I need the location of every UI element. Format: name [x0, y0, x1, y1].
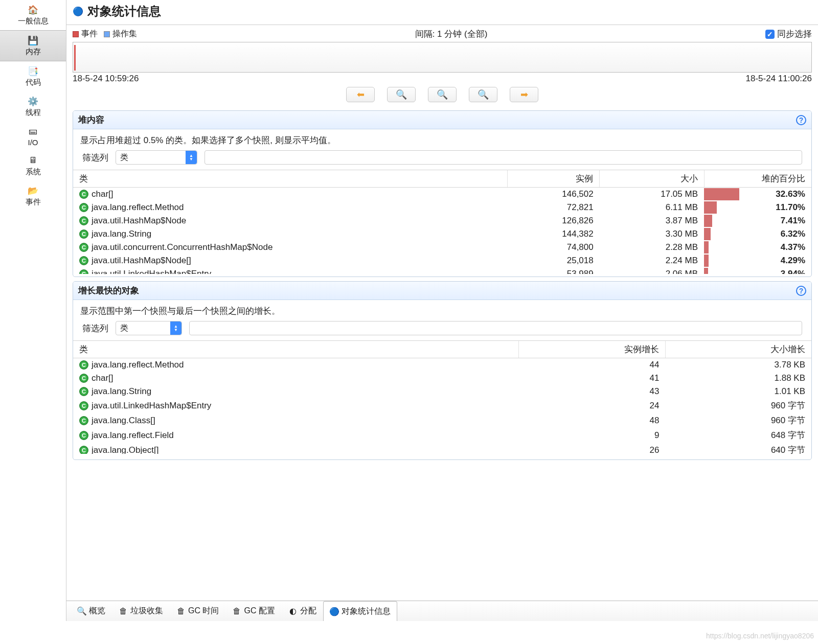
instance-growth: 44	[518, 358, 665, 372]
sidebar-item-general[interactable]: 🏠 一般信息	[0, 0, 66, 30]
class-icon: C	[79, 243, 88, 252]
page-title: 对象统计信息	[87, 3, 161, 19]
tab-gc[interactable]: 🗑垃圾收集	[112, 601, 170, 621]
class-name: java.util.LinkedHashMap$Entry	[92, 401, 211, 411]
pie-icon: ◐	[288, 607, 298, 616]
col-class[interactable]: 类	[73, 341, 518, 358]
sync-select-checkbox[interactable]: ✓ 同步选择	[765, 28, 812, 40]
heap-panel-desc: 显示占用堆超过 0.5% 的类。如果选择了多个快照, 则显示平均值。	[73, 129, 811, 150]
col-class[interactable]: 类	[73, 170, 507, 188]
instance-count: 53,989	[507, 267, 599, 274]
overview-icon: 🔍	[77, 607, 86, 616]
class-icon: C	[79, 269, 88, 274]
filter-text-input[interactable]	[189, 321, 802, 335]
tab-object-stats[interactable]: 🔵对象统计信息	[323, 601, 397, 621]
class-name: java.util.concurrent.ConcurrentHashMap$N…	[92, 242, 272, 252]
size-growth: 648 字节	[666, 428, 812, 443]
table-row[interactable]: Cjava.lang.reflect.Method 44 3.78 KB	[73, 358, 811, 372]
size-growth: 1.88 KB	[666, 372, 812, 385]
table-row[interactable]: Cjava.util.HashMap$Node[] 25,018 2.24 MB…	[73, 254, 811, 267]
class-icon: C	[79, 229, 88, 239]
percent-bar	[704, 241, 709, 254]
tab-gc-time[interactable]: 🗑GC 时间	[170, 601, 225, 621]
class-name: java.util.LinkedHashMap$Entry	[92, 269, 211, 274]
sidebar-item-label: 一般信息	[18, 16, 49, 26]
timeline-end: 18-5-24 11:00:26	[746, 74, 812, 84]
select-arrows-icon: ▲▼	[186, 151, 197, 164]
help-icon[interactable]: ?	[796, 115, 806, 125]
class-icon: C	[79, 387, 88, 396]
percent-value: 7.41%	[781, 216, 805, 225]
filter-column-select[interactable]: 类 ▲▼	[116, 150, 197, 165]
io-icon: 🖴	[26, 126, 40, 137]
col-instances[interactable]: 实例	[507, 170, 599, 188]
tab-gc-config[interactable]: 🗑GC 配置	[225, 601, 281, 621]
size-growth: 640 字节	[666, 443, 812, 454]
event-marker-icon	[73, 31, 79, 37]
zoom-reset-button[interactable]: 🔍	[428, 87, 457, 102]
growth-panel-desc: 显示范围中第一个快照与最后一个快照之间的增长。	[73, 300, 811, 321]
help-icon[interactable]: ?	[796, 286, 806, 296]
size-value: 2.24 MB	[600, 254, 704, 267]
sidebar-item-label: I/O	[28, 138, 38, 147]
tab-allocation[interactable]: ◐分配	[282, 601, 323, 621]
table-row[interactable]: Cjava.lang.String 43 1.01 KB	[73, 385, 811, 398]
title-bar: 🔵 对象统计信息	[66, 0, 818, 25]
zoom-in-button[interactable]: 🔍	[469, 87, 497, 102]
instance-count: 74,800	[507, 241, 599, 254]
timeline-chart[interactable]	[73, 42, 812, 73]
table-row[interactable]: Cjava.lang.reflect.Field 9 648 字节	[73, 428, 811, 443]
percent-bar	[704, 228, 711, 240]
filter-label: 筛选列	[82, 323, 108, 334]
page-icon: 🔵	[73, 6, 83, 17]
table-row[interactable]: Cjava.util.LinkedHashMap$Entry 24 960 字节	[73, 398, 811, 413]
sidebar-item-io[interactable]: 🖴 I/O	[0, 122, 66, 151]
table-row[interactable]: Cjava.lang.Object[] 26 640 字节	[73, 443, 811, 454]
col-percent[interactable]: 堆的百分比	[704, 170, 811, 188]
growth-table: 类 实例增长 大小增长 Cjava.lang.reflect.Method 44…	[73, 341, 811, 454]
filter-column-select[interactable]: 类 ▲▼	[116, 321, 182, 335]
filter-text-input[interactable]	[204, 150, 802, 165]
legend-event: 事件	[73, 29, 98, 39]
bottom-tabs: 🔍概览 🗑垃圾收集 🗑GC 时间 🗑GC 配置 ◐分配 🔵对象统计信息	[66, 601, 818, 621]
table-row[interactable]: Cjava.lang.String 144,382 3.30 MB 6.32%	[73, 227, 811, 241]
size-growth: 3.78 KB	[666, 358, 812, 372]
code-icon: 📑	[26, 65, 40, 77]
table-row[interactable]: Cjava.util.LinkedHashMap$Entry 53,989 2.…	[73, 267, 811, 274]
nav-prev-button[interactable]: ⬅	[346, 87, 375, 102]
instance-growth: 24	[518, 398, 665, 413]
col-size-growth[interactable]: 大小增长	[666, 341, 812, 358]
table-row[interactable]: Cchar[] 146,502 17.05 MB 32.63%	[73, 188, 811, 201]
trash-icon: 🗑	[176, 607, 186, 616]
sidebar-item-memory[interactable]: 💾 内存	[0, 30, 66, 61]
sidebar-item-system[interactable]: 🖥 系统	[0, 151, 66, 181]
table-row[interactable]: Cjava.util.HashMap$Node 126,826 3.87 MB …	[73, 214, 811, 227]
instance-growth: 41	[518, 372, 665, 385]
sidebar-item-threads[interactable]: ⚙️ 线程	[0, 91, 66, 122]
size-growth: 960 字节	[666, 413, 812, 428]
class-icon: C	[79, 190, 88, 199]
table-row[interactable]: Cjava.util.concurrent.ConcurrentHashMap$…	[73, 241, 811, 254]
heap-panel-title: 堆内容	[78, 114, 104, 126]
col-size[interactable]: 大小	[600, 170, 704, 188]
col-instance-growth[interactable]: 实例增长	[518, 341, 665, 358]
percent-bar	[704, 201, 717, 214]
growth-panel-title: 增长最快的对象	[78, 285, 139, 296]
system-icon: 🖥	[26, 155, 40, 166]
percent-value: 6.32%	[781, 229, 805, 239]
timeline-start: 18-5-24 10:59:26	[73, 74, 139, 84]
table-row[interactable]: Cjava.lang.reflect.Method 72,821 6.11 MB…	[73, 201, 811, 214]
threads-icon: ⚙️	[26, 96, 40, 107]
zoom-out-button[interactable]: 🔍	[387, 87, 416, 102]
sidebar-item-events[interactable]: 📂 事件	[0, 181, 66, 211]
zoom-reset-icon: 🔍	[437, 89, 448, 100]
nav-next-button[interactable]: ➡	[510, 87, 538, 102]
table-row[interactable]: Cjava.lang.Class[] 48 960 字节	[73, 413, 811, 428]
timeline-times: 18-5-24 10:59:26 18-5-24 11:00:26	[66, 73, 818, 86]
sidebar-item-label: 内存	[26, 47, 41, 57]
tab-overview[interactable]: 🔍概览	[71, 601, 112, 621]
sidebar-item-code[interactable]: 📑 代码	[0, 61, 66, 91]
table-row[interactable]: Cchar[] 41 1.88 KB	[73, 372, 811, 385]
class-name: java.lang.reflect.Method	[92, 202, 184, 213]
main-content: 🔵 对象统计信息 事件 操作集 间隔: 1 分钟 (全部) ✓ 同步选择	[66, 0, 818, 621]
